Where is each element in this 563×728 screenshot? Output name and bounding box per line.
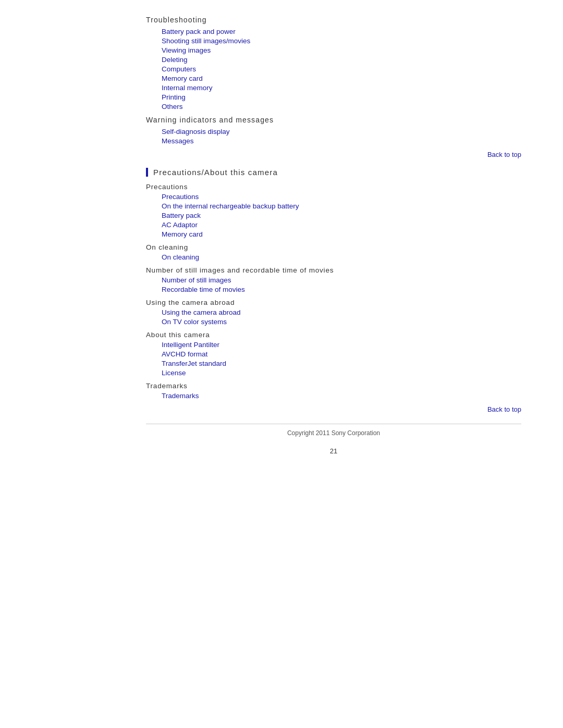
list-item: Battery pack and power xyxy=(162,27,521,35)
troubleshooting-link-3[interactable]: Viewing images xyxy=(162,46,211,54)
list-item: Number of still images xyxy=(162,276,521,284)
cleaning-list: On cleaning xyxy=(146,253,521,261)
precautions-link-4[interactable]: AC Adaptor xyxy=(162,221,198,229)
warning-link-2[interactable]: Messages xyxy=(162,137,194,145)
list-item: Deleting xyxy=(162,55,521,64)
troubleshooting-link-1[interactable]: Battery pack and power xyxy=(162,28,236,35)
list-item: Messages xyxy=(162,137,521,145)
list-item: Intelligent Pantilter xyxy=(162,340,521,349)
list-item: Using the camera abroad xyxy=(162,308,521,316)
page-number-value: 21 xyxy=(330,447,337,455)
trademarks-block: Trademarks Trademarks xyxy=(146,382,521,400)
list-item: Trademarks xyxy=(162,391,521,400)
troubleshooting-list: Battery pack and power Shooting still im… xyxy=(146,27,521,110)
troubleshooting-section: Troubleshooting Battery pack and power S… xyxy=(146,16,521,110)
list-item: License xyxy=(162,368,521,377)
warning-list: Self-diagnosis display Messages xyxy=(146,127,521,145)
troubleshooting-link-6[interactable]: Memory card xyxy=(162,75,203,82)
list-item: Self-diagnosis display xyxy=(162,127,521,135)
precautions-section-title: Precautions/About this camera xyxy=(153,168,521,177)
trademarks-header: Trademarks xyxy=(146,382,521,390)
content-area: Troubleshooting Battery pack and power S… xyxy=(146,16,521,455)
page-number: 21 xyxy=(146,447,521,455)
about-camera-link-1[interactable]: Intelligent Pantilter xyxy=(162,341,219,349)
troubleshooting-link-8[interactable]: Printing xyxy=(162,93,186,101)
precautions-list: Precautions On the internal rechargeable… xyxy=(146,192,521,238)
about-camera-block: About this camera Intelligent Pantilter … xyxy=(146,331,521,377)
still-images-header: Number of still images and recordable ti… xyxy=(146,266,521,274)
warning-header: Warning indicators and messages xyxy=(146,116,521,124)
warning-section: Warning indicators and messages Self-dia… xyxy=(146,116,521,145)
list-item: Viewing images xyxy=(162,46,521,54)
camera-abroad-link-1[interactable]: Using the camera abroad xyxy=(162,309,241,316)
back-to-top-row-1: Back to top xyxy=(146,150,521,158)
precautions-link-5[interactable]: Memory card xyxy=(162,230,203,238)
about-camera-link-4[interactable]: License xyxy=(162,369,186,377)
still-images-list: Number of still images Recordable time o… xyxy=(146,276,521,293)
footer-divider xyxy=(146,424,521,424)
camera-abroad-link-2[interactable]: On TV color systems xyxy=(162,318,227,326)
precautions-link-3[interactable]: Battery pack xyxy=(162,212,201,219)
list-item: On cleaning xyxy=(162,253,521,261)
list-item: Memory card xyxy=(162,230,521,238)
back-to-top-row-2: Back to top xyxy=(146,405,521,413)
page-container: Troubleshooting Battery pack and power S… xyxy=(0,0,563,728)
still-images-link-1[interactable]: Number of still images xyxy=(162,276,231,284)
camera-abroad-list: Using the camera abroad On TV color syst… xyxy=(146,308,521,326)
footer-copyright: Copyright 2011 Sony Corporation xyxy=(146,429,521,437)
about-camera-list: Intelligent Pantilter AVCHD format Trans… xyxy=(146,340,521,377)
list-item: On TV color systems xyxy=(162,317,521,326)
list-item: Internal memory xyxy=(162,83,521,92)
copyright-text: Copyright 2011 Sony Corporation xyxy=(287,429,380,437)
list-item: Printing xyxy=(162,93,521,101)
troubleshooting-link-4[interactable]: Deleting xyxy=(162,56,188,64)
precautions-block: Precautions Precautions On the internal … xyxy=(146,183,521,238)
back-to-top-link-2[interactable]: Back to top xyxy=(487,405,521,413)
still-images-block: Number of still images and recordable ti… xyxy=(146,266,521,293)
trademarks-list: Trademarks xyxy=(146,391,521,400)
precautions-header: Precautions xyxy=(146,183,521,191)
list-item: Memory card xyxy=(162,74,521,82)
troubleshooting-link-5[interactable]: Computers xyxy=(162,65,196,73)
precautions-section-heading: Precautions/About this camera xyxy=(146,168,521,177)
cleaning-header: On cleaning xyxy=(146,243,521,251)
camera-abroad-block: Using the camera abroad Using the camera… xyxy=(146,299,521,326)
list-item: Shooting still images/movies xyxy=(162,36,521,45)
still-images-link-2[interactable]: Recordable time of movies xyxy=(162,286,245,293)
cleaning-block: On cleaning On cleaning xyxy=(146,243,521,261)
troubleshooting-link-2[interactable]: Shooting still images/movies xyxy=(162,37,250,45)
troubleshooting-link-9[interactable]: Others xyxy=(162,103,183,110)
cleaning-link-1[interactable]: On cleaning xyxy=(162,253,199,261)
about-camera-link-2[interactable]: AVCHD format xyxy=(162,350,207,358)
camera-abroad-header: Using the camera abroad xyxy=(146,299,521,306)
list-item: On the internal rechargeable backup batt… xyxy=(162,202,521,210)
list-item: AC Adaptor xyxy=(162,220,521,229)
list-item: TransferJet standard xyxy=(162,359,521,367)
list-item: Recordable time of movies xyxy=(162,285,521,293)
about-camera-header: About this camera xyxy=(146,331,521,339)
troubleshooting-link-7[interactable]: Internal memory xyxy=(162,84,213,92)
trademarks-link-1[interactable]: Trademarks xyxy=(162,392,199,400)
about-camera-link-3[interactable]: TransferJet standard xyxy=(162,360,226,367)
list-item: AVCHD format xyxy=(162,350,521,358)
precautions-link-1[interactable]: Precautions xyxy=(162,193,199,201)
troubleshooting-header: Troubleshooting xyxy=(146,16,521,24)
list-item: Battery pack xyxy=(162,211,521,219)
precautions-link-2[interactable]: On the internal rechargeable backup batt… xyxy=(162,202,299,210)
list-item: Others xyxy=(162,102,521,110)
back-to-top-link-1[interactable]: Back to top xyxy=(487,151,521,158)
list-item: Precautions xyxy=(162,192,521,201)
list-item: Computers xyxy=(162,65,521,73)
warning-link-1[interactable]: Self-diagnosis display xyxy=(162,128,230,135)
